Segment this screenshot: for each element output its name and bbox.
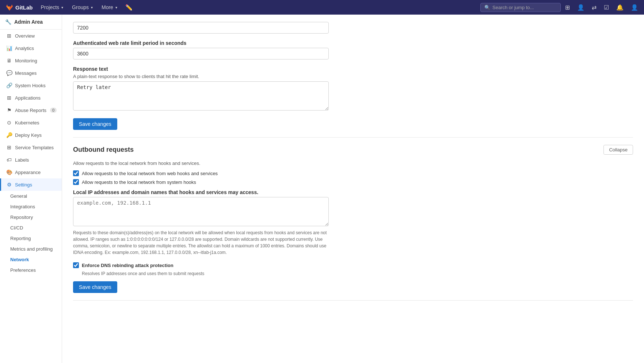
- sidebar-label-labels: Labels: [15, 157, 29, 163]
- local-ip-textarea[interactable]: [73, 197, 329, 226]
- enforce-dns-group: Enforce DNS rebinding attack protection …: [73, 262, 633, 276]
- checkbox-webhooks-group: Allow requests to the local network from…: [73, 170, 633, 176]
- search-bar[interactable]: 🔍 Search or jump to...: [480, 3, 561, 12]
- nav-more[interactable]: More ▾: [98, 3, 121, 12]
- system-hooks-icon: 🔗: [6, 82, 12, 88]
- nav-todo-icon[interactable]: ☑: [601, 3, 612, 12]
- groups-chevron: ▾: [91, 5, 93, 9]
- outbound-section-header: Outbound requests Collapse: [73, 145, 633, 155]
- outbound-title: Outbound requests: [73, 146, 134, 154]
- nav-groups[interactable]: Groups ▾: [68, 3, 96, 12]
- sidebar-sub-integrations[interactable]: Integrations: [0, 201, 62, 212]
- outbound-requests-section: Outbound requests Collapse Allow request…: [73, 138, 633, 301]
- sidebar-sub-reporting[interactable]: Reporting: [0, 233, 62, 244]
- overview-icon: ⊞: [6, 33, 12, 39]
- sidebar-sub-general[interactable]: General: [0, 191, 62, 201]
- sidebar-item-abuse-reports[interactable]: ⚑ Abuse Reports 0: [0, 104, 62, 116]
- sidebar-item-settings[interactable]: ⚙ Settings: [0, 178, 62, 191]
- sidebar-item-overview[interactable]: ⊞ Overview: [0, 30, 62, 42]
- messages-icon: 💬: [6, 70, 12, 76]
- checkbox-webhooks-label[interactable]: Allow requests to the local network from…: [82, 171, 218, 176]
- sidebar-label-settings: Settings: [15, 182, 32, 188]
- sidebar-item-monitoring[interactable]: 🖥 Monitoring: [0, 54, 62, 67]
- top-navbar: GitLab Projects ▾ Groups ▾ More ▾ ✏️ 🔍 S…: [0, 0, 644, 15]
- nav-edit-icon[interactable]: ✏️: [122, 3, 136, 12]
- sidebar-sub-network[interactable]: Network: [0, 254, 62, 265]
- nav-avatar[interactable]: 👤: [628, 3, 641, 12]
- sidebar-item-appearance[interactable]: 🎨 Appearance: [0, 166, 62, 178]
- sidebar-sub-cicd[interactable]: CI/CD: [0, 223, 62, 233]
- sidebar-item-deploy-keys[interactable]: 🔑 Deploy Keys: [0, 129, 62, 141]
- checkbox-system-hooks[interactable]: [73, 179, 79, 185]
- service-templates-icon: ⊞: [6, 144, 12, 150]
- brand-logo[interactable]: GitLab: [3, 4, 36, 11]
- nav-merge-request-icon[interactable]: ⇄: [589, 3, 599, 12]
- gitlab-logo-icon: [6, 4, 13, 11]
- sidebar-label-analytics: Analytics: [15, 46, 34, 51]
- search-placeholder: Search or jump to...: [492, 5, 534, 10]
- settings-icon: ⚙: [6, 182, 12, 188]
- sidebar-item-labels[interactable]: 🏷 Labels: [0, 154, 62, 166]
- allow-local-network-label: Allow requests to the local network from…: [73, 161, 633, 166]
- response-text-group: Response text A plain-text response to s…: [73, 66, 633, 112]
- checkbox-system-hooks-label[interactable]: Allow requests to the local network from…: [82, 179, 196, 185]
- nav-bell-icon[interactable]: 🔔: [613, 3, 626, 12]
- sidebar-item-applications[interactable]: ⊞ Applications: [0, 92, 62, 104]
- response-text-textarea[interactable]: Retry later: [73, 81, 329, 111]
- sidebar-item-analytics[interactable]: 📊 Analytics: [0, 42, 62, 54]
- admin-label: Admin Area: [14, 19, 43, 25]
- sidebar: 🔧 Admin Area ⊞ Overview 📊 Analytics 🖥 Mo…: [0, 15, 62, 363]
- more-chevron: ▾: [115, 5, 117, 9]
- labels-icon: 🏷: [6, 157, 12, 163]
- sidebar-label-overview: Overview: [15, 33, 35, 39]
- checkbox-webhooks[interactable]: [73, 170, 79, 176]
- collapse-button[interactable]: Collapse: [603, 145, 633, 155]
- local-ip-group: Local IP addresses and domain names that…: [73, 189, 633, 256]
- sidebar-label-service-templates: Service Templates: [15, 145, 54, 150]
- rate-limit-section: Authenticated web rate limit period in s…: [73, 15, 633, 138]
- sidebar-label-kubernetes: Kubernetes: [15, 120, 39, 125]
- applications-icon: ⊞: [6, 95, 12, 101]
- deploy-keys-icon: 🔑: [6, 132, 12, 138]
- response-text-label: Response text: [73, 66, 633, 72]
- monitoring-icon: 🖥: [6, 58, 12, 63]
- rate-limit-period-input[interactable]: [73, 48, 329, 59]
- sidebar-label-abuse-reports: Abuse Reports: [15, 108, 46, 113]
- brand-text: GitLab: [15, 4, 33, 11]
- abuse-reports-badge: 0: [50, 108, 57, 113]
- sidebar-sub-repository[interactable]: Repository: [0, 212, 62, 223]
- sidebar-label-appearance: Appearance: [15, 170, 41, 175]
- nav-user-status-icon[interactable]: 👤: [574, 3, 587, 12]
- enforce-dns-sublabel: Resolves IP addresses once and uses them…: [73, 271, 633, 276]
- sidebar-label-monitoring: Monitoring: [15, 58, 37, 63]
- app-body: 🔧 Admin Area ⊞ Overview 📊 Analytics 🖥 Mo…: [0, 15, 644, 363]
- sidebar-item-messages[interactable]: 💬 Messages: [0, 67, 62, 79]
- sidebar-sub-metrics[interactable]: Metrics and profiling: [0, 244, 62, 254]
- abuse-reports-icon: ⚑: [6, 107, 12, 113]
- checkbox-enforce-dns[interactable]: [73, 262, 79, 268]
- response-text-sublabel: A plain-text response to show to clients…: [73, 74, 633, 79]
- save-changes-button-2[interactable]: Save changes: [73, 281, 117, 293]
- sidebar-sub-preferences[interactable]: Preferences: [0, 265, 62, 275]
- nav-plus-icon[interactable]: ⊞: [562, 3, 573, 12]
- local-ip-label: Local IP addresses and domain names that…: [73, 189, 633, 195]
- sidebar-admin-header: 🔧 Admin Area: [0, 15, 62, 30]
- sidebar-item-kubernetes[interactable]: ⊙ Kubernetes: [0, 116, 62, 129]
- rate-limit-requests-group: [73, 22, 633, 34]
- settings-submenu: General Integrations Repository CI/CD Re…: [0, 191, 62, 275]
- local-ip-help: Requests to these domain(s)/address(es) …: [73, 229, 329, 256]
- checkbox-system-hooks-group: Allow requests to the local network from…: [73, 179, 633, 185]
- rate-limit-requests-input[interactable]: [73, 22, 329, 34]
- sidebar-label-deploy-keys: Deploy Keys: [15, 132, 42, 138]
- rate-limit-period-group: Authenticated web rate limit period in s…: [73, 40, 633, 59]
- rate-limit-period-label: Authenticated web rate limit period in s…: [73, 40, 633, 46]
- checkbox-enforce-dns-label[interactable]: Enforce DNS rebinding attack protection: [82, 263, 174, 268]
- appearance-icon: 🎨: [6, 169, 12, 175]
- admin-icon: 🔧: [5, 19, 11, 25]
- nav-projects[interactable]: Projects ▾: [37, 3, 67, 12]
- sidebar-item-service-templates[interactable]: ⊞ Service Templates: [0, 141, 62, 154]
- save-changes-button-1[interactable]: Save changes: [73, 118, 117, 130]
- sidebar-label-system-hooks: System Hooks: [15, 83, 46, 88]
- sidebar-item-system-hooks[interactable]: 🔗 System Hooks: [0, 79, 62, 92]
- kubernetes-icon: ⊙: [6, 120, 12, 125]
